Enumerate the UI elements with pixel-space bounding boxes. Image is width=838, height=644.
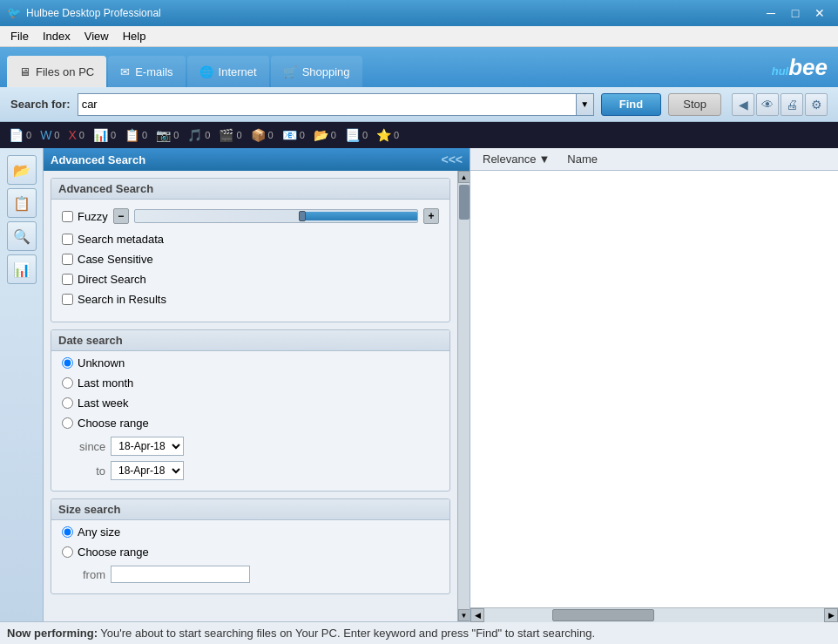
title-bar: 🐦 Hulbee Desktop Professional ─ □ ✕ [0, 0, 838, 26]
fuzzy-label: Fuzzy [78, 210, 108, 223]
fuzzy-checkbox-label[interactable]: Fuzzy [62, 210, 108, 223]
fuzzy-slider-plus[interactable]: + [423, 208, 439, 224]
filter-img[interactable]: 📷 0 [152, 126, 182, 144]
main-content: 📂 📋 🔍 📊 Advanced Search <<< Advanced Sea… [0, 148, 838, 621]
scroll-thumb[interactable] [459, 185, 470, 220]
search-panel-content: Advanced Search Fuzzy − [44, 171, 470, 621]
date-unknown-label[interactable]: Unknown [62, 356, 125, 369]
panel-collapse-button[interactable]: <<< [441, 153, 463, 166]
filter-folder[interactable]: 📂 0 [310, 126, 340, 144]
filter-email[interactable]: 📧 0 [279, 126, 308, 144]
settings-icon[interactable]: ⚙ [805, 93, 828, 116]
left-icon-folder[interactable]: 📂 [7, 155, 37, 185]
search-metadata-checkbox[interactable] [62, 234, 73, 245]
date-to-select[interactable]: 18-Apr-18 [111, 461, 184, 480]
search-input[interactable] [78, 93, 577, 116]
size-from-input[interactable] [111, 566, 250, 583]
sort-relevance-button[interactable]: Relevance ▼ [477, 151, 555, 167]
tab-files[interactable]: 🖥 Files on PC [7, 56, 106, 87]
menu-view[interactable]: View [78, 27, 116, 46]
filter-docs[interactable]: W 0 [37, 126, 63, 144]
filter-all[interactable]: 📄 0 [5, 126, 35, 144]
scroll-track[interactable]: ▲ ▼ [457, 171, 470, 621]
hscroll-thumb[interactable] [552, 609, 654, 621]
minimize-button[interactable]: ─ [760, 4, 782, 22]
date-last-week-label[interactable]: Last week [62, 397, 129, 410]
date-since-row: since 18-Apr-18 [62, 437, 439, 456]
search-dropdown-button[interactable]: ▼ [577, 93, 594, 116]
hscroll-track[interactable] [484, 608, 824, 622]
menu-index[interactable]: Index [36, 27, 78, 46]
horizontal-scrollbar[interactable]: ◀ ▶ [470, 607, 838, 621]
fuzzy-slider-thumb[interactable] [299, 211, 306, 221]
date-last-month-label[interactable]: Last month [62, 376, 133, 390]
tab-shopping[interactable]: 🛒 Shopping [271, 56, 362, 87]
search-label: Search for: [10, 98, 71, 111]
search-metadata-label[interactable]: Search metadata [62, 233, 164, 246]
advanced-search-panel: Advanced Search <<< Advanced Search Fuzz… [44, 148, 470, 621]
filter-archive[interactable]: 📦 0 [247, 126, 277, 144]
direct-search-checkbox[interactable] [62, 274, 73, 285]
filter-video[interactable]: 🎬 0 [215, 126, 245, 144]
filter-ppt[interactable]: 📊 0 [90, 126, 119, 144]
print-icon[interactable]: 🖨 [781, 93, 803, 116]
case-sensitive-label[interactable]: Case Sensitive [62, 253, 153, 266]
filter-xls[interactable]: X 0 [64, 126, 87, 144]
maximize-button[interactable]: □ [784, 4, 807, 22]
preview-icon[interactable]: 👁 [756, 93, 779, 116]
search-input-wrapper: ▼ [78, 93, 594, 116]
scroll-up-button[interactable]: ▲ [458, 171, 470, 183]
date-choose-range-label[interactable]: Choose range [62, 417, 149, 430]
date-last-week-radio[interactable] [62, 397, 73, 409]
size-any-label[interactable]: Any size [62, 525, 120, 539]
date-unknown-radio[interactable] [62, 357, 73, 369]
filter-audio[interactable]: 🎵 0 [184, 126, 213, 144]
status-prefix: Now performing: [7, 627, 98, 640]
left-icon-list[interactable]: 📋 [7, 188, 37, 218]
size-choose-range-label[interactable]: Choose range [62, 546, 149, 559]
search-in-results-label[interactable]: Search in Results [62, 293, 166, 306]
fuzzy-slider-track[interactable] [134, 209, 418, 223]
search-action-icons: ◀ 👁 🖨 ⚙ [732, 93, 828, 116]
filter-archive-icon: 📦 [251, 128, 266, 142]
back-icon[interactable]: ◀ [732, 93, 754, 116]
menu-file[interactable]: File [3, 27, 36, 46]
sort-name-button[interactable]: Name [562, 151, 603, 167]
size-from-row: from [62, 566, 439, 583]
fuzzy-checkbox[interactable] [62, 211, 73, 222]
filter-star[interactable]: ⭐ 0 [373, 126, 402, 144]
filter-text[interactable]: 📃 0 [341, 126, 371, 144]
hscroll-left-button[interactable]: ◀ [470, 608, 484, 622]
left-icon-search[interactable]: 🔍 [7, 221, 37, 251]
scroll-down-button[interactable]: ▼ [458, 609, 470, 621]
advanced-search-title: Advanced Search [51, 153, 145, 166]
hscroll-right-button[interactable]: ▶ [824, 608, 838, 622]
stop-button[interactable]: Stop [668, 93, 721, 116]
search-in-results-checkbox[interactable] [62, 294, 73, 305]
size-choose-range-radio[interactable] [62, 546, 73, 558]
menu-help[interactable]: Help [116, 27, 153, 46]
date-choose-range-radio[interactable] [62, 417, 73, 429]
fuzzy-slider-minus[interactable]: − [113, 208, 129, 224]
shopping-icon: 🛒 [283, 65, 297, 78]
filter-docs-icon: W [40, 128, 51, 142]
tab-internet[interactable]: 🌐 Internet [187, 56, 269, 87]
app-icon: 🐦 [7, 6, 21, 20]
date-last-month-radio[interactable] [62, 377, 73, 389]
find-button[interactable]: Find [601, 93, 661, 116]
tab-emails[interactable]: ✉ E-mails [108, 56, 185, 87]
search-metadata-text: Search metadata [78, 233, 164, 246]
filter-pdf[interactable]: 📋 0 [121, 126, 151, 144]
case-sensitive-checkbox[interactable] [62, 254, 73, 265]
filter-star-icon: ⭐ [376, 128, 391, 142]
left-icon-chart[interactable]: 📊 [7, 254, 37, 284]
date-since-select[interactable]: 18-Apr-18 [111, 437, 184, 456]
filter-xls-icon: X [68, 128, 76, 142]
direct-search-label[interactable]: Direct Search [62, 273, 146, 286]
date-choose-range-text: Choose range [78, 417, 149, 430]
close-button[interactable]: ✕ [808, 4, 831, 22]
results-panel: Relevance ▼ Name ◀ ▶ [470, 148, 838, 621]
date-to-label: to [79, 464, 105, 478]
tab-files-label: Files on PC [36, 65, 94, 78]
size-any-radio[interactable] [62, 526, 73, 538]
